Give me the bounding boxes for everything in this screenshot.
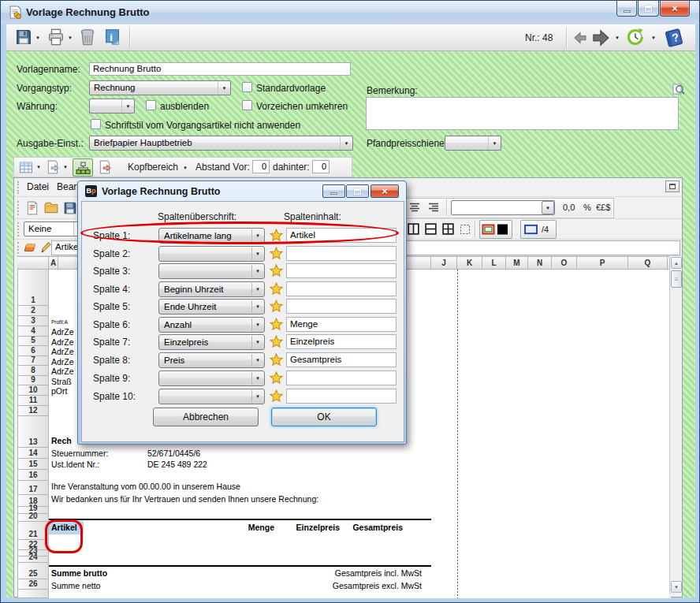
column-content-input[interactable] xyxy=(286,299,397,314)
magnifier-icon[interactable] xyxy=(672,83,685,95)
row-header[interactable]: 1 xyxy=(17,270,49,306)
column-content-input[interactable] xyxy=(286,281,397,296)
split-cell-button[interactable]: /4 xyxy=(520,220,557,239)
row-header[interactable]: 17 xyxy=(17,481,49,495)
row-header[interactable]: 20 xyxy=(17,514,49,522)
column-header[interactable]: K xyxy=(457,256,482,270)
titlebar[interactable]: Vorlage Rechnung Brutto × xyxy=(1,1,700,24)
drag-handle[interactable] xyxy=(17,242,20,254)
save-icon[interactable] xyxy=(15,28,32,46)
decimal-format-button[interactable]: 0,0 xyxy=(563,203,575,212)
dialog-minimize-button[interactable] xyxy=(322,184,345,198)
row-header[interactable] xyxy=(17,590,49,598)
row-header[interactable]: 9 xyxy=(17,376,49,385)
column-header-dropdown[interactable]: ▼ xyxy=(158,263,265,279)
header-area-button[interactable] xyxy=(73,158,93,177)
row-header[interactable]: 10 xyxy=(17,385,49,396)
eraser-icon[interactable] xyxy=(22,243,36,253)
column-header-dropdown[interactable]: Beginn Uhrzeit▼ xyxy=(158,281,265,297)
column-header[interactable]: O xyxy=(552,256,577,270)
currency-format-button[interactable]: €£$ xyxy=(596,203,610,212)
open-folder-icon[interactable] xyxy=(44,201,58,215)
row-header[interactable]: 2 xyxy=(17,306,49,316)
column-header-dropdown[interactable]: Anzahl▼ xyxy=(158,317,265,333)
border-all-icon[interactable] xyxy=(441,222,455,236)
column-content-input[interactable] xyxy=(286,370,397,385)
page-dropdown-caret[interactable]: ▼ xyxy=(63,165,68,169)
star-icon[interactable] xyxy=(270,371,283,385)
vorlagenname-input[interactable]: Rechnung Brutto xyxy=(89,62,351,76)
column-header[interactable]: A xyxy=(49,256,58,270)
drag-handle[interactable] xyxy=(17,181,20,194)
back-arrow-icon[interactable] xyxy=(572,30,588,46)
column-header[interactable]: Q xyxy=(628,256,668,270)
column-header-dropdown[interactable]: Einzelpreis▼ xyxy=(158,334,265,350)
star-icon[interactable] xyxy=(270,335,283,348)
star-icon[interactable] xyxy=(270,318,283,331)
kopfbereich-caret[interactable]: ▼ xyxy=(183,166,188,170)
forward-arrow-icon[interactable] xyxy=(591,28,610,47)
star-icon[interactable] xyxy=(270,389,283,403)
star-icon[interactable] xyxy=(270,300,283,313)
row-header[interactable]: 7 xyxy=(17,356,49,366)
border-vertical-icon[interactable] xyxy=(407,222,420,236)
column-header-blank[interactable] xyxy=(404,256,431,270)
scroll-up-button[interactable]: ▲ xyxy=(671,257,682,269)
page-arrow-red-icon[interactable] xyxy=(98,160,112,174)
ausblenden-checkbox[interactable] xyxy=(146,100,156,110)
row-header[interactable]: 3 xyxy=(17,316,49,326)
table-icon[interactable] xyxy=(19,161,33,174)
print-dropdown-caret[interactable]: ▼ xyxy=(68,35,73,40)
row-header[interactable]: 5 xyxy=(17,337,49,346)
column-header-dropdown[interactable]: ▼ xyxy=(158,246,265,262)
row-header[interactable]: 15 xyxy=(17,459,49,470)
align-center-icon[interactable] xyxy=(408,202,421,214)
pen-icon[interactable] xyxy=(41,241,51,254)
info-icon[interactable]: i xyxy=(104,28,121,46)
column-content-input[interactable] xyxy=(286,389,397,404)
table-dropdown-caret[interactable]: ▼ xyxy=(36,165,41,169)
cell-color-button[interactable] xyxy=(479,220,512,239)
row-header[interactable]: 26 xyxy=(17,579,49,590)
column-header[interactable]: P xyxy=(577,256,628,270)
dialog-maximize-button[interactable] xyxy=(346,184,369,198)
vorzeichen-checkbox[interactable] xyxy=(242,100,252,110)
column-content-input[interactable]: Gesamtpreis xyxy=(286,352,397,367)
align-right-icon[interactable] xyxy=(427,202,440,214)
column-header-dropdown[interactable]: ▼ xyxy=(158,370,265,386)
drag-handle[interactable] xyxy=(17,201,20,215)
abstand-vor-input[interactable]: 0 xyxy=(252,160,270,173)
delete-icon[interactable] xyxy=(79,28,96,46)
ausgabe-dropdown[interactable]: Briefpapier Hauptbetrieb▼ xyxy=(89,136,353,151)
forward-dropdown-caret[interactable]: ▼ xyxy=(615,35,620,40)
pfand-dropdown[interactable]: ▼ xyxy=(445,136,501,151)
print-icon[interactable] xyxy=(47,28,65,46)
column-header[interactable]: J xyxy=(431,256,457,270)
row-header[interactable]: 24 xyxy=(17,556,49,563)
mdi-restore-button[interactable] xyxy=(665,181,680,192)
row-header[interactable]: 16 xyxy=(17,470,49,481)
column-content-input[interactable]: Menge xyxy=(286,317,397,332)
number-format-dropdown[interactable]: ▼ xyxy=(451,200,555,215)
star-icon[interactable] xyxy=(270,247,283,260)
page-arrow-icon[interactable] xyxy=(46,160,60,174)
maximize-button[interactable] xyxy=(638,1,659,17)
save-small-icon[interactable] xyxy=(63,201,77,215)
new-document-icon[interactable] xyxy=(25,201,39,215)
kopfbereich-selector[interactable]: Kopfbereich xyxy=(128,162,178,173)
star-icon[interactable] xyxy=(270,353,283,367)
waehrung-dropdown[interactable]: ▼ xyxy=(89,99,135,114)
row-header[interactable]: 14 xyxy=(17,448,49,459)
resize-grip-icon[interactable]: ⋱ xyxy=(684,587,692,596)
column-header-dropdown[interactable]: Ende Uhrzeit▼ xyxy=(158,299,265,315)
star-icon[interactable] xyxy=(270,282,283,296)
ok-button[interactable]: OK xyxy=(271,408,377,426)
percent-format-button[interactable]: % xyxy=(583,203,591,212)
vorgangstyp-dropdown[interactable]: Rechnung▼ xyxy=(89,80,231,95)
column-content-input[interactable] xyxy=(286,246,397,261)
column-header-dropdown[interactable]: ▼ xyxy=(158,389,265,404)
standardvorlage-checkbox[interactable] xyxy=(242,82,252,92)
dahinter-input[interactable]: 0 xyxy=(312,160,330,173)
cancel-button[interactable]: Abbrechen xyxy=(153,408,259,426)
history-clock-icon[interactable] xyxy=(626,28,645,47)
